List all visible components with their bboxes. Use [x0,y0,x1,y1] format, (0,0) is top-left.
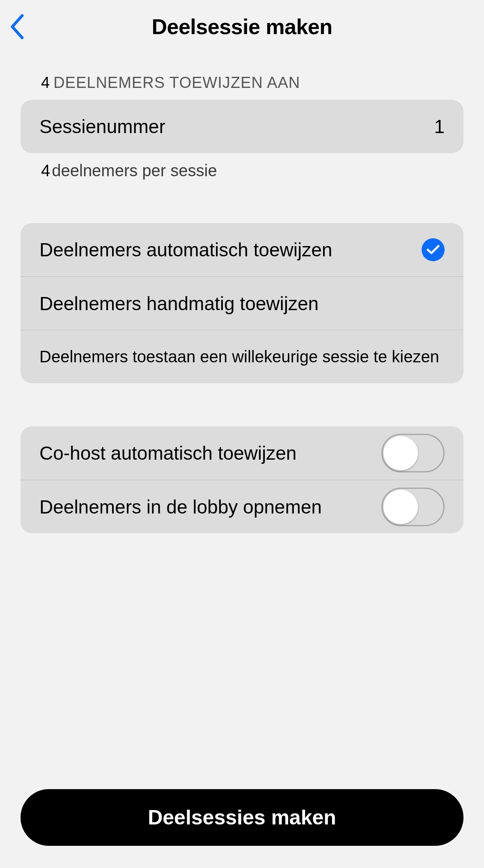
participants-per-session-note: 4deelnemers per sessie [0,153,484,180]
assign-auto-label: Deelnemers automatisch toewijzen [39,239,422,261]
chevron-left-icon [10,14,25,39]
session-number-label: Sessienummer [39,115,434,138]
allow-choose-option[interactable]: Deelnemers toestaan een willekeurige ses… [21,330,463,383]
cohost-toggle-label: Co-host automatisch toewijzen [39,442,381,464]
create-sessions-button-label: Deelsessies maken [148,806,336,829]
section-header-text: DEELNEMERS TOEWIJZEN AAN [53,74,300,91]
cohost-toggle-row: Co-host automatisch toewijzen [21,426,463,480]
checkmark-selected-icon [422,238,445,261]
assign-auto-option[interactable]: Deelnemers automatisch toewijzen [21,223,463,276]
lobby-toggle-row: Deelnemers in de lobby opnemen [21,480,463,533]
session-number-card: Sessienummer 1 [21,100,463,153]
assign-manual-label: Deelnemers handmatig toewijzen [39,292,445,315]
cohost-toggle[interactable] [381,434,445,472]
toggle-knob-icon [383,436,418,470]
create-sessions-button[interactable]: Deelsessies maken [21,789,463,846]
lobby-toggle[interactable] [381,488,445,526]
back-button[interactable] [10,12,33,41]
participant-count: 4 [41,74,50,91]
participants-per-session-count: 4 [41,161,50,180]
page-title: Deelsessie maken [151,14,332,39]
section-header-assign: 4DEELNEMERS TOEWIJZEN AAN [0,53,484,100]
session-number-row[interactable]: Sessienummer 1 [21,100,463,153]
header: Deelsessie maken [0,0,484,53]
assign-manual-option[interactable]: Deelnemers handmatig toewijzen [21,276,463,330]
assignment-mode-card: Deelnemers automatisch toewijzen Deelnem… [21,223,463,383]
lobby-toggle-label: Deelnemers in de lobby opnemen [39,496,381,518]
toggle-knob-icon [383,490,418,524]
toggles-card: Co-host automatisch toewijzen Deelnemers… [21,426,463,533]
participants-per-session-text: deelnemers per sessie [52,161,217,180]
allow-choose-label: Deelnemers toestaan een willekeurige ses… [39,348,445,366]
session-number-value: 1 [434,115,445,138]
